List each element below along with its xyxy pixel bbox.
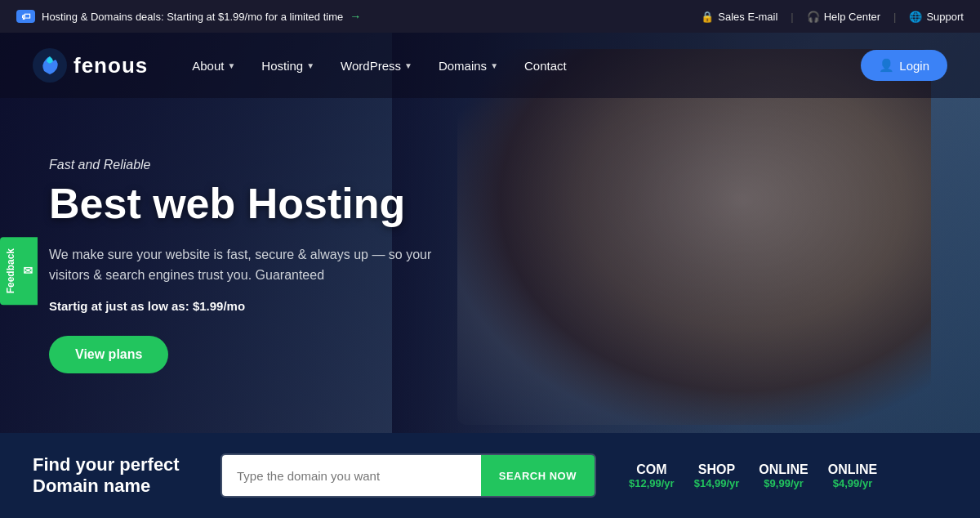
hero-content: Fast and Reliable Best web Hosting We ma… [0,92,441,373]
promo-tag: 🏷 [16,10,35,23]
nav-links: About ▼ Hosting ▼ WordPress ▼ Domains ▼ … [180,50,947,81]
view-plans-button[interactable]: View plans [49,336,168,373]
nav-hosting[interactable]: Hosting ▼ [250,52,326,79]
tld-com: COM $12,99/yr [629,462,675,489]
tld-online-1-price: $9,99/yr [759,477,808,489]
headset-icon: 🎧 [807,11,820,23]
domain-bar: Find your perfectDomain name SEARCH NOW … [0,433,980,518]
chevron-down-icon: ▼ [306,61,314,70]
domain-search-button[interactable]: SEARCH NOW [481,455,595,496]
tld-shop: SHOP $14,99/yr [694,462,740,489]
support-link[interactable]: 🌐 Support [909,11,964,23]
lock-icon: 🔒 [701,11,714,23]
chevron-down-icon: ▼ [490,61,498,70]
login-button[interactable]: 👤 Login [861,50,947,81]
help-center-link[interactable]: 🎧 Help Center [807,11,880,23]
nav-about[interactable]: About ▼ [180,52,247,79]
tld-online-1-name: ONLINE [759,462,808,477]
logo-icon [33,48,67,83]
tld-online-2-price: $4,99/yr [828,477,877,489]
promo-area: 🏷 Hosting & Domains deals: Starting at $… [16,10,361,23]
user-icon: 👤 [879,58,894,73]
nav-contact[interactable]: Contact [513,52,578,79]
navbar: fenous About ▼ Hosting ▼ WordPress ▼ Dom… [0,33,980,98]
hero-price: Startig at just as low as: $1.99/mo [49,299,441,313]
top-bar-links: 🔒 Sales E-mail | 🎧 Help Center | 🌐 Suppo… [701,11,964,23]
tld-shop-price: $14,99/yr [694,477,740,489]
tld-online-2: ONLINE $4,99/yr [828,462,877,489]
sales-email-link[interactable]: 🔒 Sales E-mail [701,11,777,23]
feedback-tab[interactable]: Feedback [0,237,38,305]
chevron-down-icon: ▼ [404,61,412,70]
feedback-label: Feedback [5,248,16,293]
nav-domains[interactable]: Domains ▼ [427,52,510,79]
nav-wordpress[interactable]: WordPress ▼ [329,52,424,79]
tld-shop-name: SHOP [694,462,740,477]
support-icon: 🌐 [909,11,922,23]
tld-com-price: $12,99/yr [629,477,675,489]
chevron-down-icon: ▼ [227,61,235,70]
arrow-icon: → [350,10,361,23]
domain-search-input[interactable] [222,455,481,496]
top-bar: 🏷 Hosting & Domains deals: Starting at $… [0,0,980,33]
hero-description: We make sure your website is fast, secur… [49,244,441,286]
promo-text: Hosting & Domains deals: Starting at $1.… [42,11,343,23]
separator-1: | [791,11,793,23]
logo[interactable]: fenous [33,48,148,83]
domain-tlds: COM $12,99/yr SHOP $14,99/yr ONLINE $9,9… [629,462,877,489]
separator-2: | [893,11,896,23]
hero-subtitle: Fast and Reliable [49,158,441,172]
tld-com-name: COM [629,462,675,477]
logo-text: fenous [74,53,148,78]
domain-title-text: Find your perfectDomain name [33,454,180,496]
tld-online-1: ONLINE $9,99/yr [759,462,808,489]
tld-online-2-name: ONLINE [828,462,877,477]
domain-search-form: SEARCH NOW [220,453,596,498]
hero-title: Best web Hosting [49,181,441,227]
domain-title: Find your perfectDomain name [33,454,196,498]
